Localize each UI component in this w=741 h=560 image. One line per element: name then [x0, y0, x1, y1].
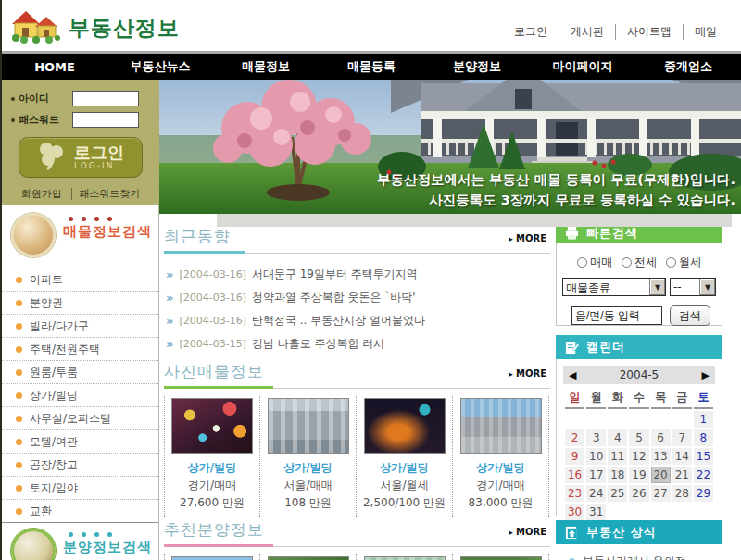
- calendar-day[interactable]: 1: [694, 411, 713, 428]
- calendar-day[interactable]: 29: [694, 485, 713, 502]
- menu-item-exchange[interactable]: 교환: [2, 500, 158, 523]
- board-link[interactable]: 게시판: [559, 24, 615, 40]
- menu-item-apartment[interactable]: 아파트: [2, 268, 158, 292]
- sale-card[interactable]: [453, 554, 549, 560]
- radio-maemae-input[interactable]: [577, 257, 587, 268]
- news-item[interactable]: » [2004-03-15] 강남 나홀로 주상복합 러시: [166, 332, 550, 355]
- radio-jeonse[interactable]: 전세: [622, 255, 657, 270]
- listing-category-link[interactable]: 상가/빌딩: [165, 459, 259, 477]
- search-button[interactable]: 검색: [670, 305, 710, 326]
- radio-jeonse-input[interactable]: [622, 257, 632, 268]
- listing-category-link[interactable]: 상가/빌딩: [357, 459, 452, 477]
- sale-card[interactable]: [357, 554, 453, 560]
- nav-register[interactable]: 매물등록: [319, 58, 424, 75]
- listing-category-link[interactable]: 상가/빌딩: [260, 459, 356, 477]
- listing-card[interactable]: 상가/빌딩 경기/매매 83,000 만원: [453, 396, 549, 517]
- nav-listings[interactable]: 매물정보: [213, 58, 319, 75]
- calendar-day[interactable]: 30: [565, 504, 584, 520]
- calendar-day[interactable]: 16: [565, 467, 584, 483]
- calendar-day-selected[interactable]: 20: [651, 467, 671, 483]
- login-button-sublabel: LOG-IN: [74, 161, 124, 170]
- calendar-day[interactable]: 23: [565, 485, 584, 502]
- menu-item-villa[interactable]: 빌라/다가구: [2, 315, 158, 338]
- menu-item-factory[interactable]: 공장/창고: [2, 454, 158, 477]
- clover-icon: [37, 141, 65, 174]
- photo-listings-more-link[interactable]: MORE: [509, 368, 546, 379]
- nav-sale-info[interactable]: 분양정보: [424, 58, 530, 75]
- menu-item-office[interactable]: 사무실/오피스텔: [2, 407, 158, 430]
- knowledge-header: 부동산 상식: [556, 520, 722, 544]
- listing-card[interactable]: 상가/빌딩 서울/월세 2,500/100 만원: [357, 396, 453, 517]
- logo[interactable]: 부동산정보: [11, 7, 180, 48]
- nav-home[interactable]: HOME: [2, 60, 107, 74]
- nav-news[interactable]: 부동산뉴스: [107, 58, 213, 75]
- calendar-day[interactable]: 12: [629, 448, 648, 465]
- calendar-day[interactable]: 27: [651, 485, 671, 502]
- next-month-button[interactable]: ▶: [702, 369, 710, 381]
- calendar-day[interactable]: 14: [672, 448, 692, 465]
- news-item[interactable]: » [2004-03-16] 탄핵정국 .. 부동산시장 얼어붙었다: [166, 309, 550, 332]
- calendar-day[interactable]: 7: [672, 429, 692, 446]
- listing-price: 83,000 만원: [453, 494, 548, 512]
- signup-link[interactable]: 회원가입: [15, 188, 69, 200]
- nav-mypage[interactable]: 마이페이지: [530, 58, 635, 75]
- calendar-day[interactable]: 3: [586, 429, 606, 446]
- banner-slogan: 부동산정보에서는 부동산 매물 등록이 무료(무제한)입니다. 사진등록도 3장…: [377, 169, 735, 210]
- calendar-day: [629, 411, 648, 428]
- calendar-day[interactable]: 28: [672, 485, 692, 502]
- recent-more-link[interactable]: MORE: [509, 233, 546, 243]
- calendar-day[interactable]: 10: [586, 448, 606, 465]
- listing-card[interactable]: 상가/빌딩 경기/매매 27,600 만원: [164, 396, 260, 517]
- calendar-day[interactable]: 15: [694, 448, 713, 465]
- listing-category-link[interactable]: 상가/빌딩: [453, 459, 548, 477]
- news-item[interactable]: » [2004-03-16] 서대문구 19일부터 주택투기지역: [166, 263, 550, 286]
- calendar-day[interactable]: 31: [586, 504, 606, 520]
- calendar-day[interactable]: 18: [608, 467, 627, 483]
- sale-card[interactable]: [260, 554, 357, 560]
- menu-item-store[interactable]: 상가/빌딩: [2, 384, 158, 407]
- calendar-day[interactable]: 5: [629, 429, 648, 446]
- password-input[interactable]: [72, 112, 139, 128]
- region-input[interactable]: [571, 306, 662, 325]
- menu-item-bunyang[interactable]: 분양권: [2, 292, 158, 315]
- sale-card[interactable]: [164, 554, 260, 560]
- login-link[interactable]: 로그인: [503, 24, 559, 40]
- property-type-select[interactable]: 매물종류 ▼: [562, 278, 666, 296]
- day-header: 목: [651, 388, 671, 409]
- calendar-day[interactable]: 19: [629, 467, 648, 483]
- calendar-day[interactable]: 26: [629, 485, 648, 502]
- sub-type-select[interactable]: -- ▼: [670, 278, 716, 296]
- menu-item-oneroom[interactable]: 원룸/투룸: [2, 361, 158, 384]
- calendar-day[interactable]: 2: [565, 429, 584, 446]
- calendar-day[interactable]: 6: [651, 429, 671, 446]
- calendar-day[interactable]: 25: [608, 485, 627, 502]
- mail-link[interactable]: 메일: [683, 24, 728, 40]
- recommended-more-link[interactable]: MORE: [509, 527, 546, 537]
- day-header: 월: [586, 388, 606, 409]
- radio-maemae[interactable]: 매매: [577, 255, 612, 270]
- calendar-day[interactable]: 4: [608, 429, 627, 446]
- calendar-day[interactable]: 13: [651, 448, 671, 465]
- calendar-day[interactable]: 17: [586, 467, 606, 483]
- calendar-day[interactable]: 8: [694, 429, 713, 446]
- calendar-day[interactable]: 11: [608, 448, 627, 465]
- calendar-day[interactable]: 22: [694, 467, 713, 483]
- id-input[interactable]: [72, 91, 139, 106]
- calendar-day: [565, 411, 584, 428]
- listing-card[interactable]: 상가/빌딩 서울/매매 108 만원: [260, 396, 357, 517]
- nav-agencies[interactable]: 중개업소: [635, 58, 741, 75]
- calendar-day[interactable]: 24: [586, 485, 606, 502]
- menu-item-motel[interactable]: 모텔/여관: [2, 430, 158, 454]
- sitemap-link[interactable]: 사이트맵: [615, 24, 683, 40]
- radio-wolse[interactable]: 월세: [666, 255, 701, 270]
- find-password-link[interactable]: 패스워드찾기: [71, 188, 146, 200]
- login-button[interactable]: 로그인 LOG-IN: [19, 137, 143, 178]
- calendar-day[interactable]: 21: [672, 467, 692, 483]
- prev-month-button[interactable]: ◀: [569, 369, 576, 381]
- calendar-day[interactable]: 9: [565, 448, 584, 465]
- knowledge-item[interactable]: 부동산거래시 유의점: [556, 544, 722, 560]
- news-item[interactable]: » [2004-03-16] 청약과열 주상복합 웃돈은 `바닥': [166, 286, 550, 309]
- menu-item-house[interactable]: 주택/전원주택: [2, 338, 158, 361]
- radio-wolse-input[interactable]: [666, 257, 676, 268]
- menu-item-land[interactable]: 토지/임야: [2, 477, 158, 500]
